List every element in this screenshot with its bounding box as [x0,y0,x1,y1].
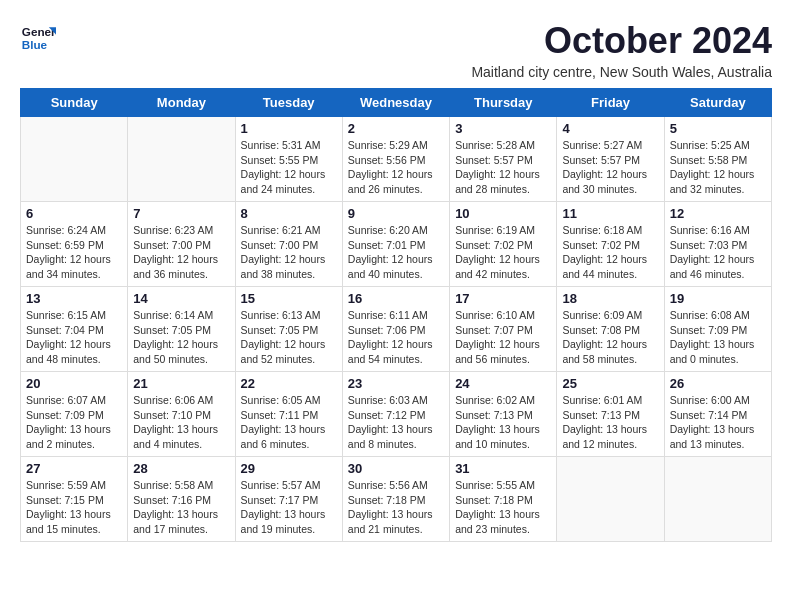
day-number: 5 [670,121,766,136]
day-info: Sunrise: 5:59 AM Sunset: 7:15 PM Dayligh… [26,478,122,537]
calendar-cell: 21Sunrise: 6:06 AM Sunset: 7:10 PM Dayli… [128,372,235,457]
day-number: 27 [26,461,122,476]
day-info: Sunrise: 6:09 AM Sunset: 7:08 PM Dayligh… [562,308,658,367]
calendar-cell: 25Sunrise: 6:01 AM Sunset: 7:13 PM Dayli… [557,372,664,457]
calendar-cell: 15Sunrise: 6:13 AM Sunset: 7:05 PM Dayli… [235,287,342,372]
day-info: Sunrise: 6:11 AM Sunset: 7:06 PM Dayligh… [348,308,444,367]
calendar-table: SundayMondayTuesdayWednesdayThursdayFrid… [20,88,772,542]
day-info: Sunrise: 6:20 AM Sunset: 7:01 PM Dayligh… [348,223,444,282]
calendar-cell: 7Sunrise: 6:23 AM Sunset: 7:00 PM Daylig… [128,202,235,287]
calendar-cell: 4Sunrise: 5:27 AM Sunset: 5:57 PM Daylig… [557,117,664,202]
calendar-cell: 20Sunrise: 6:07 AM Sunset: 7:09 PM Dayli… [21,372,128,457]
day-header-tuesday: Tuesday [235,89,342,117]
calendar-cell: 3Sunrise: 5:28 AM Sunset: 5:57 PM Daylig… [450,117,557,202]
calendar-cell: 14Sunrise: 6:14 AM Sunset: 7:05 PM Dayli… [128,287,235,372]
day-number: 24 [455,376,551,391]
day-info: Sunrise: 6:07 AM Sunset: 7:09 PM Dayligh… [26,393,122,452]
calendar-cell: 17Sunrise: 6:10 AM Sunset: 7:07 PM Dayli… [450,287,557,372]
day-number: 18 [562,291,658,306]
calendar-cell: 10Sunrise: 6:19 AM Sunset: 7:02 PM Dayli… [450,202,557,287]
day-number: 1 [241,121,337,136]
day-number: 9 [348,206,444,221]
calendar-week-row: 20Sunrise: 6:07 AM Sunset: 7:09 PM Dayli… [21,372,772,457]
calendar-week-row: 1Sunrise: 5:31 AM Sunset: 5:55 PM Daylig… [21,117,772,202]
day-info: Sunrise: 6:16 AM Sunset: 7:03 PM Dayligh… [670,223,766,282]
day-info: Sunrise: 6:05 AM Sunset: 7:11 PM Dayligh… [241,393,337,452]
svg-text:General: General [22,25,56,38]
calendar-cell: 22Sunrise: 6:05 AM Sunset: 7:11 PM Dayli… [235,372,342,457]
day-info: Sunrise: 5:28 AM Sunset: 5:57 PM Dayligh… [455,138,551,197]
calendar-week-row: 6Sunrise: 6:24 AM Sunset: 6:59 PM Daylig… [21,202,772,287]
day-info: Sunrise: 6:00 AM Sunset: 7:14 PM Dayligh… [670,393,766,452]
calendar-cell: 18Sunrise: 6:09 AM Sunset: 7:08 PM Dayli… [557,287,664,372]
day-info: Sunrise: 5:27 AM Sunset: 5:57 PM Dayligh… [562,138,658,197]
day-number: 6 [26,206,122,221]
calendar-cell: 28Sunrise: 5:58 AM Sunset: 7:16 PM Dayli… [128,457,235,542]
calendar-cell [21,117,128,202]
day-info: Sunrise: 6:03 AM Sunset: 7:12 PM Dayligh… [348,393,444,452]
day-number: 28 [133,461,229,476]
day-info: Sunrise: 6:06 AM Sunset: 7:10 PM Dayligh… [133,393,229,452]
day-number: 23 [348,376,444,391]
day-number: 21 [133,376,229,391]
day-number: 8 [241,206,337,221]
title-section: October 2024 Maitland city centre, New S… [471,20,772,80]
calendar-cell: 31Sunrise: 5:55 AM Sunset: 7:18 PM Dayli… [450,457,557,542]
day-info: Sunrise: 6:02 AM Sunset: 7:13 PM Dayligh… [455,393,551,452]
calendar-cell [128,117,235,202]
day-number: 25 [562,376,658,391]
day-number: 14 [133,291,229,306]
day-info: Sunrise: 5:31 AM Sunset: 5:55 PM Dayligh… [241,138,337,197]
svg-text:Blue: Blue [22,38,48,51]
day-header-monday: Monday [128,89,235,117]
calendar-cell: 6Sunrise: 6:24 AM Sunset: 6:59 PM Daylig… [21,202,128,287]
day-number: 11 [562,206,658,221]
calendar-cell: 8Sunrise: 6:21 AM Sunset: 7:00 PM Daylig… [235,202,342,287]
calendar-cell: 1Sunrise: 5:31 AM Sunset: 5:55 PM Daylig… [235,117,342,202]
day-number: 22 [241,376,337,391]
calendar-cell: 5Sunrise: 5:25 AM Sunset: 5:58 PM Daylig… [664,117,771,202]
day-info: Sunrise: 5:25 AM Sunset: 5:58 PM Dayligh… [670,138,766,197]
logo-icon: General Blue [20,20,56,56]
day-header-friday: Friday [557,89,664,117]
day-number: 15 [241,291,337,306]
location-subtitle: Maitland city centre, New South Wales, A… [471,64,772,80]
day-info: Sunrise: 6:10 AM Sunset: 7:07 PM Dayligh… [455,308,551,367]
day-header-saturday: Saturday [664,89,771,117]
day-info: Sunrise: 6:14 AM Sunset: 7:05 PM Dayligh… [133,308,229,367]
page-header: General Blue October 2024 Maitland city … [20,20,772,80]
month-title: October 2024 [471,20,772,62]
day-number: 29 [241,461,337,476]
calendar-week-row: 27Sunrise: 5:59 AM Sunset: 7:15 PM Dayli… [21,457,772,542]
calendar-cell: 12Sunrise: 6:16 AM Sunset: 7:03 PM Dayli… [664,202,771,287]
day-number: 30 [348,461,444,476]
day-number: 10 [455,206,551,221]
day-info: Sunrise: 5:56 AM Sunset: 7:18 PM Dayligh… [348,478,444,537]
day-number: 7 [133,206,229,221]
day-number: 31 [455,461,551,476]
day-info: Sunrise: 5:57 AM Sunset: 7:17 PM Dayligh… [241,478,337,537]
day-number: 19 [670,291,766,306]
day-number: 13 [26,291,122,306]
calendar-cell: 23Sunrise: 6:03 AM Sunset: 7:12 PM Dayli… [342,372,449,457]
calendar-cell: 29Sunrise: 5:57 AM Sunset: 7:17 PM Dayli… [235,457,342,542]
calendar-cell: 30Sunrise: 5:56 AM Sunset: 7:18 PM Dayli… [342,457,449,542]
calendar-week-row: 13Sunrise: 6:15 AM Sunset: 7:04 PM Dayli… [21,287,772,372]
day-number: 2 [348,121,444,136]
calendar-cell: 13Sunrise: 6:15 AM Sunset: 7:04 PM Dayli… [21,287,128,372]
day-number: 20 [26,376,122,391]
day-header-wednesday: Wednesday [342,89,449,117]
day-info: Sunrise: 6:08 AM Sunset: 7:09 PM Dayligh… [670,308,766,367]
day-info: Sunrise: 6:18 AM Sunset: 7:02 PM Dayligh… [562,223,658,282]
day-number: 16 [348,291,444,306]
day-info: Sunrise: 6:24 AM Sunset: 6:59 PM Dayligh… [26,223,122,282]
day-number: 26 [670,376,766,391]
calendar-cell [664,457,771,542]
calendar-cell: 27Sunrise: 5:59 AM Sunset: 7:15 PM Dayli… [21,457,128,542]
logo: General Blue [20,20,56,56]
day-info: Sunrise: 6:23 AM Sunset: 7:00 PM Dayligh… [133,223,229,282]
day-info: Sunrise: 6:15 AM Sunset: 7:04 PM Dayligh… [26,308,122,367]
day-header-sunday: Sunday [21,89,128,117]
calendar-header-row: SundayMondayTuesdayWednesdayThursdayFrid… [21,89,772,117]
day-number: 17 [455,291,551,306]
